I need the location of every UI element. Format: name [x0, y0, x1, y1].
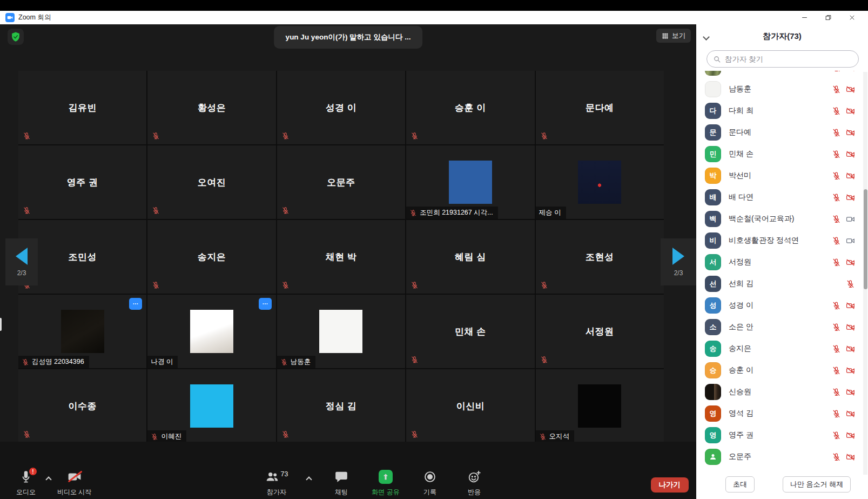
avatar-initial: 박 [710, 171, 717, 181]
participant-tile[interactable]: 문다예 [536, 71, 664, 144]
panel-scrollbar-thumb[interactable] [864, 189, 867, 289]
participant-status-icons [832, 193, 855, 202]
participant-tile[interactable]: 정심 김 [277, 369, 405, 443]
tile-more-button[interactable] [259, 298, 272, 310]
participant-avatar: 배 [705, 189, 721, 205]
participant-status-icons [832, 431, 855, 440]
panel-collapse-button[interactable] [704, 33, 709, 41]
participant-tile[interactable]: 승훈 이 [406, 71, 534, 144]
participant-row[interactable]: 비 비호생활관장 정석연 [696, 230, 868, 251]
participant-row[interactable]: 서 서정원 [696, 251, 868, 273]
mic-muted-icon [832, 366, 841, 375]
titlebar: Zoom 회의 [0, 11, 868, 24]
participant-tile[interactable]: 오지석 [536, 369, 664, 443]
participant-tile[interactable]: 남동훈 [277, 295, 405, 368]
share-screen-button[interactable]: 화면 공유 [372, 470, 400, 497]
participant-row[interactable]: 배 배 다연 [696, 187, 868, 208]
audio-button[interactable]: ! 오디오 [12, 470, 40, 497]
participant-tile[interactable]: 서정원 [536, 295, 664, 368]
participant-tile[interactable]: 혜림 심 [406, 220, 534, 294]
participant-row[interactable]: 남동훈 [696, 78, 868, 100]
participant-tile[interactable]: 이수종 [18, 369, 146, 443]
participant-row[interactable]: 백 백순철(국어교육과) [696, 208, 868, 230]
participant-tile[interactable]: 오문주 [277, 145, 405, 219]
participant-avatar [705, 81, 721, 97]
participant-row[interactable]: 영 영주 권 [696, 424, 868, 446]
left-edge-handle[interactable] [0, 318, 2, 331]
participant-row[interactable]: 성 성경 이 [696, 295, 868, 316]
participant-tile[interactable]: 영주 권 [18, 145, 146, 219]
participant-tile[interactable]: 오여진 [147, 145, 275, 219]
avatar-initial: 영 [710, 430, 717, 440]
unmute-me-button[interactable]: 나만 음소거 해제 [783, 476, 851, 493]
tile-video-content [449, 161, 492, 204]
tile-participant-name: 조현성 [586, 251, 614, 263]
chat-button[interactable]: 채팅 [327, 470, 355, 497]
participant-name: 소은 안 [729, 322, 832, 332]
participant-tile[interactable]: 제승 이 [536, 145, 664, 219]
close-button[interactable] [840, 11, 864, 24]
participant-row[interactable]: 영 영석 김 [696, 403, 868, 424]
restore-button[interactable] [816, 11, 840, 24]
participant-tile[interactable]: 민채 손 [406, 295, 534, 368]
leave-button[interactable]: 나가기 [651, 477, 689, 493]
participant-tile[interactable]: 조민희 21931267 시각... [406, 145, 534, 219]
participant-row[interactable]: 소 소은 안 [696, 316, 868, 338]
participant-row[interactable]: 다 다희 최 [696, 100, 868, 122]
participant-tile[interactable]: 성경 이 [277, 71, 405, 144]
participant-status-icons [832, 366, 855, 375]
participant-tile[interactable]: 채현 박 [277, 220, 405, 294]
participant-row[interactable]: 문 문다예 [696, 122, 868, 143]
minimize-button[interactable] [792, 11, 816, 24]
participant-row[interactable]: 민 민채 손 [696, 143, 868, 165]
reactions-button[interactable]: 반응 [460, 470, 488, 497]
gallery-next-page-button[interactable]: 2/3 [661, 238, 696, 285]
participant-row[interactable] [696, 71, 868, 78]
participant-tile[interactable]: 이혜진 [147, 369, 275, 443]
mic-muted-icon [832, 107, 841, 116]
view-grid-icon [662, 32, 669, 39]
camera-off-icon [846, 128, 855, 137]
camera-off-icon [68, 470, 82, 484]
participant-tile[interactable]: 김성영 22034396 [18, 295, 146, 368]
tile-video-content [190, 310, 233, 353]
participant-tile[interactable]: 이신비 [406, 369, 534, 443]
camera-off-icon [846, 344, 855, 354]
participant-row[interactable]: 신승원 [696, 381, 868, 403]
participant-row[interactable]: 박 박선미 [696, 165, 868, 187]
participant-avatar [705, 384, 721, 400]
security-shield-icon[interactable] [8, 29, 24, 45]
participant-row[interactable]: 오문주 [696, 446, 868, 468]
mic-muted-icon [539, 433, 547, 441]
participant-tile[interactable]: 김유빈 [18, 71, 146, 144]
camera-off-icon [846, 366, 855, 375]
view-button[interactable]: 보기 [656, 29, 691, 43]
participant-row[interactable]: 송 송지은 [696, 338, 868, 360]
chevron-down-icon [703, 34, 710, 41]
start-video-button[interactable]: 비디오 시작 [57, 470, 91, 497]
participant-tile[interactable]: 나경 이 [147, 295, 275, 368]
more-icon [132, 300, 139, 308]
audio-options-chevron[interactable] [46, 475, 51, 483]
record-button[interactable]: 기록 [416, 470, 444, 497]
participants-button[interactable]: 73 참가자 [263, 470, 291, 497]
participant-tile[interactable]: 황성은 [147, 71, 275, 144]
mic-muted-icon [832, 171, 841, 181]
participants-options-chevron[interactable] [307, 475, 311, 483]
participant-name: 다희 최 [729, 106, 832, 116]
participant-row[interactable]: 승 승훈 이 [696, 360, 868, 381]
mic-muted-icon [832, 71, 841, 72]
participant-tile[interactable]: 송지은 [147, 220, 275, 294]
invite-button[interactable]: 초대 [725, 476, 755, 493]
mic-muted-icon [281, 132, 290, 140]
participant-search-input[interactable] [706, 50, 859, 68]
tile-more-button[interactable] [129, 298, 142, 310]
participant-row[interactable]: 선 선희 김 [696, 273, 868, 295]
mic-muted-icon [832, 215, 841, 224]
participants-panel-title: 참가자(73) [763, 31, 802, 42]
participant-status-icons [832, 453, 855, 462]
participant-name: 배 다연 [729, 192, 832, 202]
participant-tile[interactable]: 조현성 [536, 220, 664, 294]
gallery-prev-page-button[interactable]: 2/3 [5, 238, 38, 285]
tile-nameplate: 오지석 [536, 430, 575, 443]
